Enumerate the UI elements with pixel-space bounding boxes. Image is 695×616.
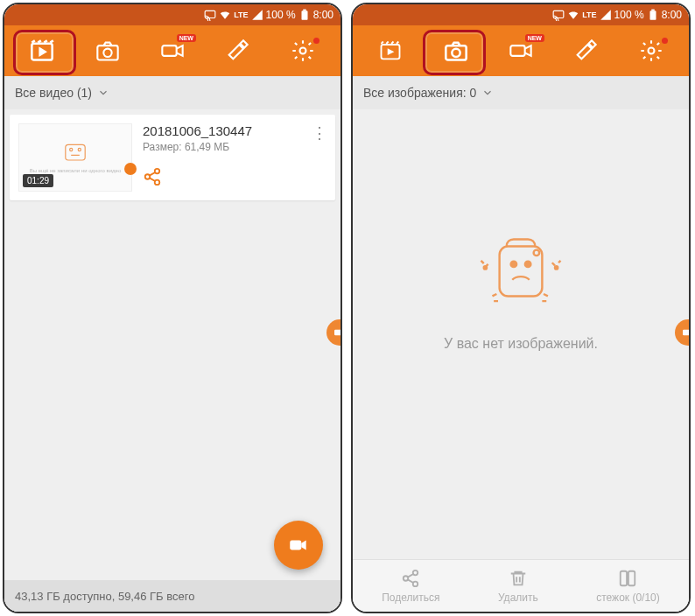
notification-dot <box>662 38 668 44</box>
wifi-icon <box>219 9 231 21</box>
svg-rect-14 <box>334 330 340 336</box>
svg-point-23 <box>648 48 654 54</box>
video-thumbnail: Вы ещё не записали ни одного видео 01:29 <box>18 123 132 192</box>
video-title: 20181006_130447 <box>143 123 326 138</box>
status-bar: LTE 100 % 8:00 <box>353 4 689 25</box>
phone-screen-videos: LTE 100 % 8:00 NEW Все видео (1) <box>4 4 340 612</box>
network-label: LTE <box>234 10 248 19</box>
svg-point-7 <box>299 48 305 54</box>
chevron-down-icon <box>97 87 109 99</box>
cast-icon <box>204 9 216 21</box>
camera-icon <box>444 38 468 63</box>
live-icon <box>509 38 533 63</box>
svg-rect-16 <box>553 10 564 18</box>
share-button[interactable] <box>143 167 326 190</box>
wifi-icon <box>567 9 579 21</box>
settings-icon <box>639 38 663 63</box>
signal-icon <box>600 9 612 21</box>
svg-point-25 <box>511 261 517 267</box>
svg-rect-8 <box>66 144 85 160</box>
image-list-empty: У вас нет изображений. <box>353 109 689 559</box>
svg-rect-17 <box>649 10 656 19</box>
svg-rect-18 <box>651 10 655 11</box>
live-icon <box>160 38 185 63</box>
battery-icon <box>298 9 311 21</box>
phone-screen-images: LTE 100 % 8:00 NEW Все изображения: 0 <box>353 4 689 612</box>
svg-point-11 <box>155 169 160 174</box>
bottom-action-bar: Поделиться Удалить стежок (0/10) <box>353 559 689 612</box>
svg-point-31 <box>413 570 418 575</box>
tab-settings[interactable] <box>628 32 675 69</box>
clock-label: 8:00 <box>313 9 333 21</box>
share-action[interactable]: Поделиться <box>382 569 439 604</box>
empty-state: У вас нет изображений. <box>353 109 689 469</box>
notification-dot <box>313 38 319 44</box>
svg-rect-6 <box>162 46 176 56</box>
svg-rect-2 <box>303 10 306 11</box>
svg-point-10 <box>78 148 81 150</box>
camera-icon <box>95 38 120 63</box>
new-badge: NEW <box>525 34 544 42</box>
svg-point-33 <box>413 581 418 586</box>
filter-label: Все видео (1) <box>15 86 92 100</box>
toolbar: NEW <box>4 25 340 76</box>
more-menu-button[interactable]: ⋮ <box>312 123 326 143</box>
delete-action[interactable]: Удалить <box>498 569 538 604</box>
floating-record-mini[interactable] <box>326 319 340 346</box>
svg-point-12 <box>145 174 151 179</box>
trash-icon <box>509 569 528 588</box>
cast-icon <box>552 9 565 21</box>
svg-point-5 <box>103 49 111 57</box>
battery-icon <box>647 9 659 21</box>
video-library-icon <box>30 38 54 63</box>
toolbar: NEW <box>353 25 689 76</box>
camcorder-icon <box>333 326 340 340</box>
thumb-text: Вы ещё не записали ни одного видео <box>30 168 122 173</box>
svg-point-29 <box>555 266 558 269</box>
duration-badge: 01:29 <box>23 174 53 187</box>
video-library-icon <box>378 38 403 63</box>
chevron-down-icon <box>481 87 494 99</box>
empty-text: У вас нет изображений. <box>444 336 598 352</box>
signal-icon <box>251 9 263 21</box>
share-icon <box>401 569 420 588</box>
tab-videos[interactable] <box>367 32 414 69</box>
svg-point-26 <box>525 261 531 267</box>
tab-images[interactable] <box>432 32 480 69</box>
record-fab[interactable] <box>274 521 323 570</box>
stitch-action[interactable]: стежок (0/10) <box>596 569 660 604</box>
svg-point-28 <box>484 266 487 269</box>
svg-rect-35 <box>628 570 635 585</box>
svg-rect-24 <box>500 246 543 296</box>
svg-rect-0 <box>205 10 215 18</box>
video-size: Размер: 61,49 МБ <box>143 141 326 153</box>
video-item[interactable]: Вы ещё не записали ни одного видео 01:29… <box>10 115 335 200</box>
tab-tools[interactable] <box>214 32 261 69</box>
filter-dropdown[interactable]: Все видео (1) <box>4 76 340 109</box>
storage-info: 43,13 ГБ доступно, 59,46 ГБ всего <box>4 580 340 612</box>
tab-settings[interactable] <box>279 32 326 69</box>
tab-videos[interactable] <box>18 32 66 69</box>
video-list: Вы ещё не записали ни одного видео 01:29… <box>4 109 340 612</box>
battery-label: 100 % <box>266 9 296 21</box>
svg-rect-34 <box>621 570 627 585</box>
share-icon <box>143 167 162 186</box>
empty-sad-icon <box>464 228 578 315</box>
filter-dropdown[interactable]: Все изображения: 0 <box>353 76 689 109</box>
tab-tools[interactable] <box>562 32 609 69</box>
tab-live[interactable]: NEW <box>497 32 544 69</box>
filter-label: Все изображения: 0 <box>363 86 476 100</box>
svg-point-27 <box>534 249 540 256</box>
settings-icon <box>291 38 315 63</box>
tab-live[interactable]: NEW <box>149 32 196 69</box>
camcorder-icon <box>681 326 689 340</box>
new-badge: NEW <box>177 34 196 42</box>
tools-icon <box>573 38 598 63</box>
tools-icon <box>225 38 249 63</box>
battery-label: 100 % <box>614 9 644 21</box>
tab-images[interactable] <box>84 32 131 69</box>
svg-rect-15 <box>290 541 301 550</box>
svg-point-9 <box>70 148 73 150</box>
svg-point-32 <box>404 576 409 581</box>
svg-rect-22 <box>510 46 524 56</box>
